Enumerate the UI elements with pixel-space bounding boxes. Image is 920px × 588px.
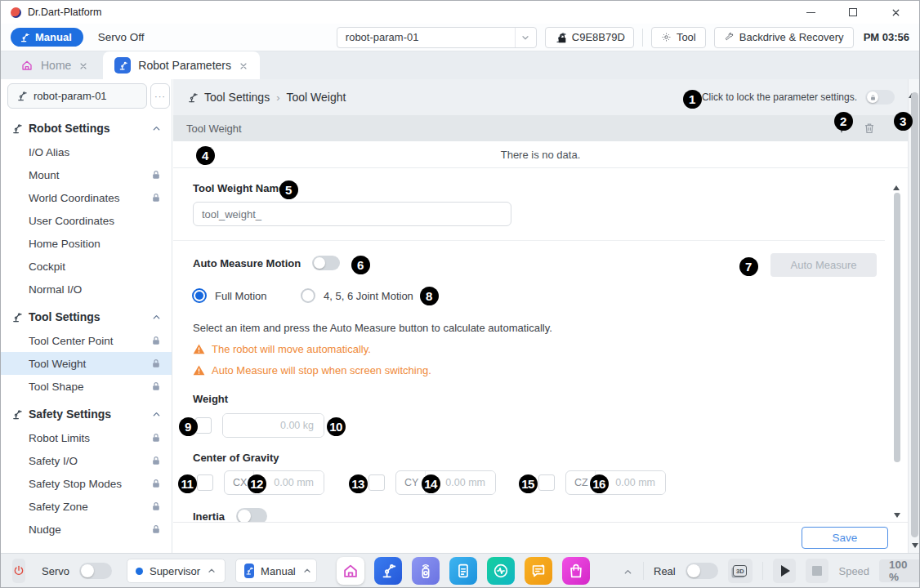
sidebar-item-io-alias[interactable]: I/O Alias <box>1 140 172 163</box>
inertia-label: Inertia <box>193 510 225 523</box>
lock-icon <box>150 523 162 535</box>
sidebar-more-button[interactable]: ··· <box>150 83 170 109</box>
divider <box>762 562 763 580</box>
cz-checkbox[interactable] <box>538 474 555 491</box>
sidebar-section-tool-settings[interactable]: Tool Settings <box>1 305 172 329</box>
inertia-toggle[interactable] <box>236 508 267 522</box>
sidebar-item-robot-limits[interactable]: Robot Limits <box>1 426 172 449</box>
trash-icon <box>863 122 876 135</box>
breadcrumb-parent[interactable]: Tool Settings <box>204 91 270 104</box>
scroll-up-arrow[interactable] <box>893 172 900 190</box>
sidebar-item-tool-center-point[interactable]: Tool Center Point <box>1 329 172 352</box>
weight-checkbox[interactable] <box>195 417 212 434</box>
chevron-up-icon <box>207 566 217 576</box>
sidebar-item-tool-shape[interactable]: Tool Shape <box>1 375 172 398</box>
robot-icon <box>11 311 23 323</box>
chevron-down-icon <box>515 28 536 47</box>
taskbar-app-home[interactable] <box>337 557 364 585</box>
sidebar-item-safety-zone[interactable]: Safety Zone <box>1 495 172 518</box>
breadcrumb: Tool Settings › Tool Weight Click to loc… <box>173 79 908 115</box>
annotation-badge-11: 11 <box>178 474 197 493</box>
sidebar-section-safety-settings[interactable]: Safety Settings <box>1 402 172 426</box>
sidebar-item-safety-io[interactable]: Safety I/O <box>1 449 172 472</box>
tool-weight-name-input[interactable] <box>193 202 511 226</box>
taskbar-app-document[interactable] <box>449 557 477 585</box>
apps-expand-chevron-icon[interactable] <box>623 566 633 577</box>
auto-measure-motion-toggle[interactable] <box>312 256 340 270</box>
maximize-button[interactable] <box>844 5 862 20</box>
sidebar-item-normal-io[interactable]: Normal I/O <box>1 278 172 301</box>
item-label: Normal I/O <box>29 283 82 296</box>
robot-parameters-icon <box>114 57 131 74</box>
auto-measure-motion-label: Auto Measure Motion <box>193 257 301 270</box>
wrench-icon <box>724 32 735 42</box>
document-icon <box>454 562 472 580</box>
form-scrollbar[interactable] <box>893 172 901 518</box>
auto-measure-button[interactable]: Auto Measure <box>770 253 877 277</box>
radio-full-motion[interactable] <box>192 288 207 303</box>
taskbar-app-jog[interactable] <box>412 557 440 585</box>
servo-toggle[interactable] <box>79 563 112 579</box>
sidebar-item-world-coordinates[interactable]: World Coordinates <box>1 186 172 209</box>
taskbar-app-store[interactable] <box>562 557 590 585</box>
minimize-button[interactable] <box>802 5 820 20</box>
play-button[interactable] <box>773 559 796 583</box>
page-scrollbar[interactable] <box>908 79 920 553</box>
item-label: Tool Weight <box>29 358 86 370</box>
tool-button[interactable]: Tool <box>651 27 706 48</box>
sidebar-item-nudge[interactable]: Nudge <box>1 518 172 541</box>
close-button[interactable] <box>887 5 904 20</box>
speed-value[interactable]: 100 % <box>879 559 920 582</box>
role-select[interactable]: Supervisor <box>127 559 226 583</box>
sidebar-item-tool-weight[interactable]: Tool Weight <box>1 352 172 375</box>
chevron-up-icon <box>151 409 162 420</box>
scroll-down-arrow[interactable] <box>912 543 918 548</box>
tab-home[interactable]: Home <box>9 51 100 79</box>
lock-icon <box>150 192 162 203</box>
parameter-lock-toggle[interactable] <box>865 90 895 105</box>
app-window: Dr.Dart-Platform Manual Servo Off robot-… <box>0 0 920 588</box>
weight-input[interactable] <box>223 414 324 437</box>
annotation-badge-8: 8 <box>420 287 439 305</box>
stop-button[interactable] <box>806 559 828 583</box>
save-button[interactable]: Save <box>802 527 888 549</box>
sidebar-item-mount[interactable]: Mount <box>1 163 172 186</box>
tab-robot-parameters[interactable]: Robot Parameters <box>103 51 260 79</box>
cy-checkbox[interactable] <box>368 474 385 491</box>
scrollbar-thumb[interactable] <box>894 193 900 462</box>
sidebar-item-safety-stop-modes[interactable]: Safety Stop Modes <box>1 472 172 495</box>
item-label: Mount <box>29 169 60 181</box>
real-sim-toggle[interactable] <box>686 563 718 579</box>
warning-text-2: Auto Measure will stop when screen switc… <box>212 364 431 376</box>
annotation-badge-15: 15 <box>519 474 538 493</box>
manual-mode-button[interactable]: Manual <box>11 28 83 47</box>
annotation-badge-10: 10 <box>327 417 346 436</box>
3d-view-button[interactable]: 3D <box>728 559 753 583</box>
radio-456-joint-motion[interactable] <box>301 288 315 303</box>
tab-home-close-icon[interactable] <box>78 60 88 70</box>
delete-tool-weight-button[interactable] <box>862 121 877 136</box>
sidebar-item-cockpit[interactable]: Cockpit <box>1 255 172 278</box>
sidebar-param-name[interactable]: robot-param-01 <box>7 83 147 109</box>
mode-select[interactable]: Manual <box>235 559 317 583</box>
tab-robot-parameters-close-icon[interactable] <box>239 60 248 70</box>
sidebar-item-home-position[interactable]: Home Position <box>1 232 172 255</box>
taskbar-app-monitoring[interactable] <box>487 557 515 585</box>
robot-id-badge[interactable]: C9E8B79D <box>545 27 634 48</box>
center-of-gravity-label: Center of Gravity <box>193 452 279 464</box>
scrollbar-thumb[interactable] <box>911 92 918 537</box>
scroll-down-arrow[interactable] <box>894 513 900 518</box>
backdrive-recovery-button[interactable]: Backdrive & Recovery <box>714 27 854 48</box>
robot-icon <box>16 90 28 102</box>
sidebar-item-user-coordinates[interactable]: User Coordinates <box>1 209 172 232</box>
taskbar-app-robot-parameters[interactable] <box>374 557 402 585</box>
taskbar-app-message[interactable] <box>525 557 552 585</box>
home-icon <box>342 562 360 580</box>
item-label: Tool Shape <box>29 381 84 393</box>
annotation-badge-14: 14 <box>422 474 440 493</box>
tool-weight-name-label: Tool Weight Name <box>193 182 284 194</box>
sidebar-section-robot-settings[interactable]: Robot Settings <box>1 116 172 140</box>
power-button[interactable] <box>12 559 25 583</box>
cx-checkbox[interactable] <box>197 474 213 491</box>
parameter-select[interactable]: robot-param-01 <box>337 27 537 48</box>
